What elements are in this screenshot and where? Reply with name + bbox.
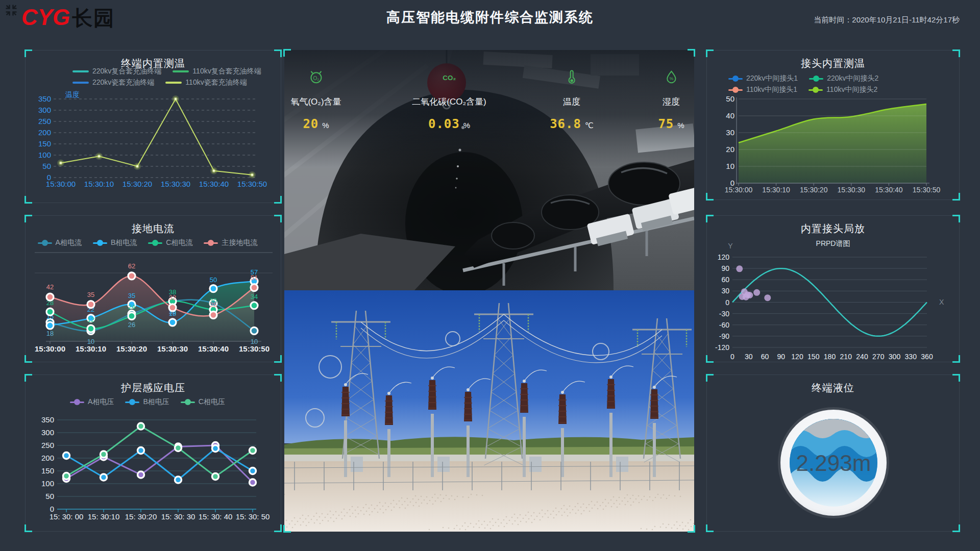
legend-label: 主接地电流 — [222, 238, 257, 247]
tick-label: 0 — [730, 353, 734, 361]
legend-dot-marker — [125, 399, 139, 405]
sensor-readout: %湿度75% — [658, 69, 684, 131]
legend-line-marker — [173, 70, 189, 72]
joint-pd-chart: -120-90-60-30030609012003060901201501802… — [707, 216, 960, 363]
corner-bracket — [952, 374, 960, 382]
corner-bracket — [24, 524, 32, 532]
tick-label: 15: 30: 30 — [161, 512, 195, 521]
corner-bracket — [274, 374, 282, 382]
corner-bracket — [706, 374, 714, 382]
tick-label: 270 — [872, 353, 885, 361]
tick-label: 60 — [721, 276, 729, 284]
legend-label: 220kv中间接头1 — [746, 74, 798, 83]
tick-label: 20 — [726, 145, 734, 154]
tick-label: 250 — [41, 441, 54, 449]
legend-label: A相电流 — [56, 238, 82, 247]
legend-item[interactable]: B相电流 — [93, 238, 137, 247]
pd-scatter-point — [736, 265, 743, 272]
sensor-label: 二氧化碳(CO₂含量) — [412, 96, 486, 108]
tick-label: 15: 30: 50 — [236, 512, 270, 521]
panel-sheath-voltage: 护层感应电压 A相电压B相电压C相电压 05010015020025030035… — [25, 374, 281, 532]
legend-label: 220kv瓷套充油终端 — [92, 78, 154, 87]
legend-label: 220kv复合套充油终端 — [92, 67, 161, 76]
legend-item[interactable]: 220kv中间接头1 — [728, 74, 798, 83]
sensor-readout: 温度36.8℃ — [550, 69, 594, 131]
legend-dot-marker — [148, 240, 162, 246]
tick-label: 360 — [921, 353, 933, 361]
corner-bracket — [706, 193, 714, 201]
tick-label: 350 — [38, 94, 51, 103]
corner-bracket — [274, 524, 282, 532]
tick-label: 12 — [87, 316, 94, 323]
legend-item[interactable]: 110kv中间接头2 — [808, 85, 877, 94]
time-label: 当前时间： — [814, 15, 852, 24]
tick-label: -60 — [719, 321, 729, 329]
legend-item[interactable]: 220kv中间接头2 — [809, 74, 878, 83]
pd-scatter-point — [746, 292, 753, 298]
tick-label: -90 — [719, 332, 729, 340]
tick-label: 300 — [38, 106, 51, 114]
tick-label: 180 — [824, 353, 836, 361]
legend-item[interactable]: A相电流 — [38, 238, 82, 247]
legend-sheath-voltage: A相电压B相电压C相电压 — [26, 397, 281, 407]
tick-label: 10 — [251, 338, 258, 345]
corner-bracket — [706, 524, 714, 532]
legend-item[interactable]: 主接地电流 — [204, 238, 257, 247]
corner-bracket — [706, 49, 714, 57]
legend-terminal-temp: 220kv复合套充油终端110kv复合套充油终端220kv瓷套充油终端110kv… — [26, 67, 281, 87]
tick-label: -120 — [715, 343, 729, 352]
legend-item[interactable]: B相电压 — [125, 397, 169, 407]
legend-label: C相电压 — [199, 397, 225, 407]
tick-label: 100 — [38, 151, 51, 159]
tick-label: 25 — [210, 301, 217, 309]
sensor-label: 湿度 — [658, 96, 684, 108]
tick-label: 15:30:00 — [35, 344, 65, 353]
legend-item[interactable]: C相电压 — [181, 397, 225, 407]
legend-item[interactable]: C相电流 — [148, 238, 192, 247]
legend-item[interactable]: 220kv瓷套充油终端 — [72, 78, 154, 87]
o2-icon: O₂ — [290, 69, 341, 85]
tick-label: 40 — [726, 111, 734, 120]
legend-dot-marker — [809, 76, 823, 82]
pd-scatter-point — [764, 294, 771, 301]
tick-label: 200 — [41, 454, 54, 462]
dashboard: CYG 长园 高压智能电缆附件综合监测系统 当前时间：2020年10月21日-1… — [0, 0, 980, 551]
sensor-label: 氧气(O₂)含量 — [290, 96, 341, 108]
tick-label: 18 — [46, 330, 54, 337]
tick-label: 15:30:20 — [116, 344, 147, 353]
tick-label: 50 — [42, 162, 51, 170]
sensor-readout: CO₂二氧化碳(CO₂含量)0.03% — [412, 69, 486, 131]
tick-label: 15:30:30 — [161, 180, 190, 188]
legend-item[interactable]: 110kv瓷套充油终端 — [165, 78, 247, 87]
legend-label: 110kv中间接头1 — [746, 85, 797, 94]
panel-title: 接地电流 — [26, 222, 281, 236]
tick-label: 150 — [38, 139, 51, 148]
panel-terminal-temp: 终端内置测温 220kv复合套充油终端110kv复合套充油终端220kv瓷套充油… — [25, 50, 281, 203]
panel-ground-current: 接地电流 A相电流B相电流C相电流主接地电流 15:30:0015:30:101… — [25, 215, 281, 362]
legend-item[interactable]: 110kv中间接头1 — [728, 85, 797, 94]
corner-bracket — [952, 215, 960, 222]
svg-text:CO₂: CO₂ — [443, 74, 456, 82]
tick-label: 15:30:00 — [725, 186, 753, 194]
tick-label: 50 — [210, 276, 217, 284]
corner-bracket — [952, 193, 960, 201]
tick-label: 15:30:50 — [239, 344, 270, 353]
tick-label: 10 — [87, 338, 94, 345]
tick-label: 0 — [725, 298, 729, 307]
co2-icon: CO₂ — [412, 69, 486, 85]
tick-label: 62 — [128, 262, 135, 270]
panel-joint-pd: 内置接头局放 PRPD谱图 -120-90-60-300306090120030… — [706, 215, 960, 362]
legend-label: A相电压 — [88, 397, 114, 407]
legend-item[interactable]: 110kv复合套充油终端 — [173, 67, 261, 76]
legend-item[interactable]: 220kv复合套充油终端 — [72, 67, 161, 76]
tick-label: 300 — [889, 353, 901, 361]
legend-label: 110kv瓷套充油终端 — [185, 78, 247, 87]
tick-label: 90 — [777, 353, 785, 361]
tick-label: 34 — [251, 293, 258, 300]
legend-dot-marker — [38, 240, 52, 246]
tick-label: 50 — [726, 94, 734, 103]
tick-label: 30 — [726, 128, 734, 137]
legend-item[interactable]: A相电压 — [70, 397, 114, 407]
tick-label: 100 — [41, 479, 54, 488]
panel-title: 内置接头局放 — [707, 222, 959, 236]
